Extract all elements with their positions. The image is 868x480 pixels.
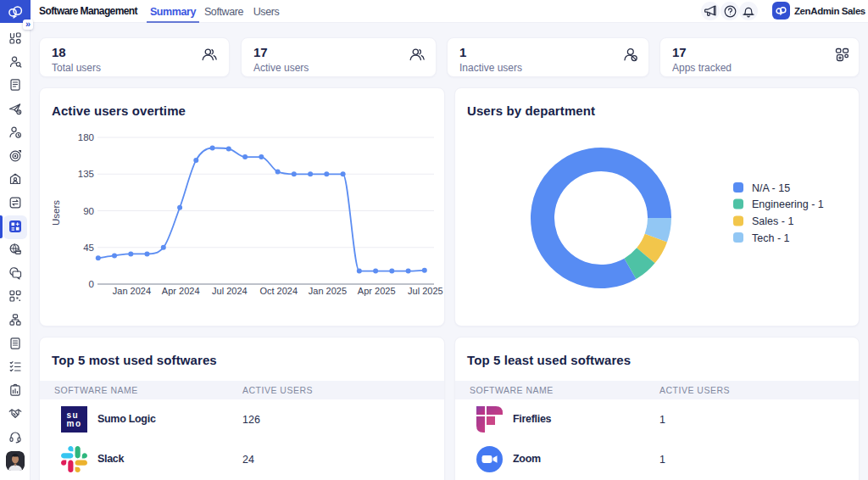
- svg-text:45: 45: [83, 243, 94, 253]
- svg-text:N/A - 15: N/A - 15: [752, 182, 790, 194]
- svg-text:Engineering - 1: Engineering - 1: [752, 198, 824, 210]
- svg-text:Oct 2024: Oct 2024: [259, 286, 298, 296]
- svg-text:Jul 2024: Jul 2024: [212, 286, 248, 296]
- svg-text:Apr 2025: Apr 2025: [358, 286, 396, 296]
- svg-text:Jan 2024: Jan 2024: [113, 286, 151, 296]
- svg-text:Apr 2024: Apr 2024: [162, 286, 200, 296]
- svg-text:Users: Users: [51, 200, 61, 226]
- svg-text:Sales - 1: Sales - 1: [752, 215, 793, 227]
- svg-text:Tech - 1: Tech - 1: [752, 232, 790, 244]
- svg-text:Jan 2025: Jan 2025: [309, 286, 347, 296]
- svg-text:135: 135: [78, 169, 94, 179]
- svg-text:Jul 2025: Jul 2025: [408, 286, 443, 296]
- svg-text:180: 180: [78, 132, 94, 142]
- svg-text:0: 0: [89, 279, 94, 289]
- svg-text:90: 90: [83, 206, 94, 216]
